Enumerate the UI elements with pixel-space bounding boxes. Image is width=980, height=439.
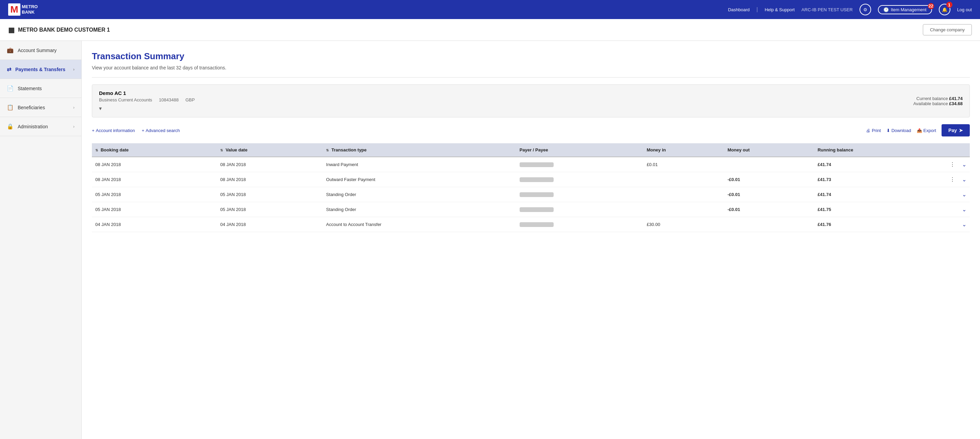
col-transaction-type[interactable]: ⇅ Transaction type xyxy=(323,143,516,157)
nav-divider: | xyxy=(756,6,758,13)
download-label: Download xyxy=(891,128,911,133)
download-button[interactable]: ⬇ Download xyxy=(886,128,911,133)
payer-blur xyxy=(520,177,554,182)
cell-value-date: 04 JAN 2018 xyxy=(217,217,323,232)
print-button[interactable]: 🖨 Print xyxy=(866,128,881,133)
account-currency: GBP xyxy=(185,97,195,102)
col-value-date[interactable]: ⇅ Value date xyxy=(217,143,323,157)
sidebar-item-icon-statements: 📄 xyxy=(7,85,14,92)
plus-icon-2: + xyxy=(142,128,145,133)
bell-icon: 🔔 xyxy=(942,7,947,12)
cell-booking-date: 04 JAN 2018 xyxy=(92,217,217,232)
nav-help-support[interactable]: Help & Support xyxy=(765,7,795,12)
account-type: Business Current Accounts xyxy=(99,97,152,102)
company-name-text: METRO BANK DEMO CUSTOMER 1 xyxy=(18,27,110,33)
col-running-balance: Running balance xyxy=(814,143,946,157)
col-booking-date[interactable]: ⇅ Booking date xyxy=(92,143,217,157)
cell-value-date: 05 JAN 2018 xyxy=(217,187,323,202)
cell-money-out xyxy=(724,217,814,232)
account-name: Demo AC 1 xyxy=(99,90,195,96)
cell-expand: ⌄ xyxy=(959,157,970,172)
sidebar-item-label-beneficiaries: Beneficiaries xyxy=(18,105,45,110)
cell-transaction-type: Account to Account Transfer xyxy=(323,217,516,232)
sidebar-item-administration[interactable]: 🔒 Administration › xyxy=(0,117,81,136)
sidebar-item-label-administration: Administration xyxy=(18,124,48,129)
row-expand-button[interactable]: ⌄ xyxy=(962,176,966,183)
account-details: Business Current Accounts 10843488 GBP xyxy=(99,97,195,102)
cell-transaction-type: Inward Payment xyxy=(323,157,516,172)
cell-money-in xyxy=(643,172,724,187)
cell-money-out: -£0.01 xyxy=(724,172,814,187)
sidebar-item-label-account-summary: Account Summary xyxy=(18,48,56,53)
sidebar-item-payments-transfers[interactable]: ⇄ Payments & Transfers › xyxy=(0,60,81,79)
cell-transaction-type: Standing Order xyxy=(323,202,516,217)
table-row: 08 JAN 2018 08 JAN 2018 Outward Faster P… xyxy=(92,172,970,187)
cell-transaction-type: Outward Faster Payment xyxy=(323,172,516,187)
action-toolbar: + Account information + Advanced search … xyxy=(92,124,970,137)
available-balance-label: Available balance xyxy=(913,101,948,106)
notifications-button[interactable]: 🔔 1 xyxy=(939,4,950,15)
page-divider xyxy=(92,77,970,78)
nav-dashboard[interactable]: Dashboard xyxy=(728,7,749,12)
app-header: M METRO BANK Dashboard | Help & Support … xyxy=(0,0,980,19)
sort-icon-value: ⇅ xyxy=(220,148,223,152)
action-toolbar-right: 🖨 Print ⬇ Download 📤 Export Pay ➤ xyxy=(866,124,970,137)
cell-booking-date: 05 JAN 2018 xyxy=(92,202,217,217)
sidebar: 💼 Account Summary ⇄ Payments & Transfers… xyxy=(0,41,82,439)
col-money-out: Money out xyxy=(724,143,814,157)
current-balance-value: £41.74 xyxy=(949,96,963,101)
row-options-button[interactable]: ⋮ xyxy=(950,161,955,168)
logo: M METRO BANK xyxy=(8,3,38,16)
cell-dots: ⋮ xyxy=(946,157,959,172)
sidebar-item-account-summary[interactable]: 💼 Account Summary xyxy=(0,41,81,60)
table-body: 08 JAN 2018 08 JAN 2018 Inward Payment £… xyxy=(92,157,970,232)
change-company-button[interactable]: Change company xyxy=(923,24,972,35)
sidebar-item-left: 📋 Beneficiaries xyxy=(7,104,45,111)
sidebar-item-label-payments-transfers: Payments & Transfers xyxy=(15,67,65,72)
sort-icon-booking: ⇅ xyxy=(95,148,98,152)
cell-money-in xyxy=(643,187,724,202)
chevron-right-icon: › xyxy=(73,105,75,110)
current-balance-row: Current balance £41.74 xyxy=(913,96,963,101)
sidebar-item-icon-administration: 🔒 xyxy=(7,123,14,130)
sidebar-item-left: ⇄ Payments & Transfers xyxy=(7,66,65,73)
cell-money-out: -£0.01 xyxy=(724,187,814,202)
row-expand-button[interactable]: ⌄ xyxy=(962,161,966,168)
settings-button[interactable]: ⚙ xyxy=(859,4,871,15)
row-expand-button[interactable]: ⌄ xyxy=(962,206,966,213)
table-row: 08 JAN 2018 08 JAN 2018 Inward Payment £… xyxy=(92,157,970,172)
plus-icon-1: + xyxy=(92,128,95,133)
user-name: ARC-IB PEN TEST USER xyxy=(801,7,853,12)
account-information-link[interactable]: + Account information xyxy=(92,128,135,133)
available-balance-row: Available balance £34.68 xyxy=(913,101,963,106)
sidebar-item-icon-payments-transfers: ⇄ xyxy=(7,66,11,73)
account-balances: Current balance £41.74 Available balance… xyxy=(913,96,963,106)
sidebar-item-left: 🔒 Administration xyxy=(7,123,48,130)
col-expand xyxy=(959,143,970,157)
sidebar-item-beneficiaries[interactable]: 📋 Beneficiaries › xyxy=(0,98,81,117)
sidebar-item-statements[interactable]: 📄 Statements xyxy=(0,79,81,98)
sidebar-item-left: 💼 Account Summary xyxy=(7,47,56,53)
pay-label: Pay xyxy=(948,127,957,133)
company-icon: ▦ xyxy=(8,26,14,34)
logout-button[interactable]: Log out xyxy=(957,7,972,12)
table-row: 05 JAN 2018 05 JAN 2018 Standing Order -… xyxy=(92,202,970,217)
advanced-search-link[interactable]: + Advanced search xyxy=(142,128,180,133)
cell-value-date: 08 JAN 2018 xyxy=(217,172,323,187)
cell-money-out xyxy=(724,157,814,172)
item-management-button[interactable]: 🕐 Item Management 22 xyxy=(878,5,932,14)
cell-transaction-type: Standing Order xyxy=(323,187,516,202)
payer-blur xyxy=(520,207,554,212)
account-dropdown-arrow[interactable]: ▾ xyxy=(99,105,195,111)
action-toolbar-left: + Account information + Advanced search xyxy=(92,128,180,133)
row-expand-button[interactable]: ⌄ xyxy=(962,191,966,198)
row-expand-button[interactable]: ⌄ xyxy=(962,221,966,227)
account-information-label: Account information xyxy=(96,128,135,133)
export-button[interactable]: 📤 Export xyxy=(917,128,937,133)
pay-button[interactable]: Pay ➤ xyxy=(942,124,970,137)
sidebar-item-left: 📄 Statements xyxy=(7,85,42,92)
cell-money-in: £0.01 xyxy=(643,157,724,172)
row-options-button[interactable]: ⋮ xyxy=(950,176,955,183)
settings-icon: ⚙ xyxy=(863,7,867,12)
notification-badge: 1 xyxy=(946,2,953,8)
